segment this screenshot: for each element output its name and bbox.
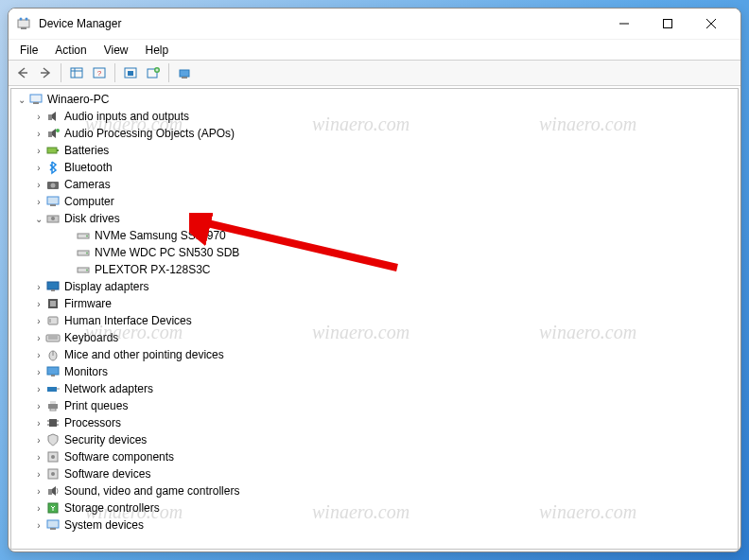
tree-category[interactable]: ›Storage controllers — [11, 499, 738, 516]
tree-category[interactable]: ›Network adapters — [11, 380, 738, 397]
tree-category[interactable]: ›Batteries — [11, 142, 738, 159]
drive-icon — [76, 228, 91, 243]
back-button[interactable] — [12, 62, 33, 83]
svg-text:?: ? — [97, 69, 102, 78]
tree-category[interactable]: ›Cameras — [11, 176, 738, 193]
show-hidden-button[interactable] — [66, 62, 87, 83]
toolbar-separator — [168, 63, 169, 82]
tree-category[interactable]: ⌄Disk drives — [11, 210, 738, 227]
menu-view[interactable]: View — [96, 42, 136, 59]
expand-icon[interactable]: › — [32, 180, 45, 190]
print-icon — [45, 398, 61, 413]
svg-rect-31 — [50, 204, 56, 206]
tree-category[interactable]: ›Display adapters — [11, 278, 738, 295]
expand-icon[interactable]: › — [32, 452, 45, 463]
collapse-icon[interactable]: ⌄ — [32, 214, 45, 224]
tree-label: Mice and other pointing devices — [64, 348, 224, 361]
properties-button[interactable] — [174, 62, 195, 83]
toolbar: ? — [9, 60, 740, 86]
collapse-icon[interactable]: ⌄ — [15, 95, 28, 105]
expand-icon[interactable]: › — [32, 299, 45, 309]
tree-category[interactable]: ›Mice and other pointing devices — [11, 346, 738, 363]
forward-button[interactable] — [35, 62, 56, 83]
menu-action[interactable]: Action — [47, 42, 94, 59]
expand-icon[interactable]: › — [32, 112, 45, 122]
expand-icon[interactable]: › — [32, 333, 45, 343]
expand-icon[interactable]: › — [32, 469, 45, 480]
svg-rect-21 — [30, 95, 42, 102]
expand-icon[interactable]: › — [32, 401, 45, 411]
keyboard-icon — [45, 330, 61, 345]
tree-label: Audio Processing Objects (APOs) — [64, 127, 235, 140]
hid-icon — [45, 313, 61, 328]
tree-category[interactable]: ›Sound, video and game controllers — [11, 482, 738, 499]
camera-icon — [45, 177, 61, 192]
expand-icon[interactable]: › — [32, 197, 45, 207]
display-icon — [45, 279, 61, 294]
expand-icon[interactable]: › — [32, 146, 45, 156]
expand-icon[interactable]: › — [32, 418, 45, 429]
tree-category[interactable]: ›Firmware — [11, 295, 738, 312]
close-button[interactable] — [689, 9, 733, 38]
tree-category[interactable]: ›Human Interface Devices — [11, 312, 738, 329]
svg-rect-26 — [47, 148, 57, 153]
battery-icon — [45, 143, 61, 158]
expand-icon[interactable]: › — [32, 503, 45, 514]
tree-category[interactable]: ›Bluetooth — [11, 159, 738, 176]
tree-category[interactable]: ›System devices — [11, 516, 738, 534]
tree-device[interactable]: NVMe Samsung SSD 970 — [11, 227, 738, 244]
svg-rect-24 — [48, 131, 52, 137]
svg-rect-14 — [128, 71, 133, 76]
tree-category[interactable]: ›Audio inputs and outputs — [11, 108, 738, 125]
expand-icon[interactable]: › — [32, 129, 45, 139]
tree-category[interactable]: ›Software components — [11, 448, 738, 465]
tree-category[interactable]: ›Software devices — [11, 465, 738, 482]
drive-icon — [76, 245, 91, 260]
svg-rect-41 — [51, 289, 55, 291]
tree-category[interactable]: ›Monitors — [11, 363, 738, 380]
tree-category[interactable]: ›Audio Processing Objects (APOs) — [11, 125, 738, 142]
expand-icon[interactable]: › — [32, 316, 45, 326]
menu-help[interactable]: Help — [138, 42, 177, 59]
scan-hardware-button[interactable] — [120, 62, 141, 83]
menu-file[interactable]: File — [12, 42, 45, 59]
expand-icon[interactable]: › — [32, 435, 45, 446]
svg-rect-5 — [664, 20, 672, 28]
svg-rect-51 — [47, 367, 59, 375]
expand-icon[interactable]: › — [32, 282, 45, 292]
tree-category[interactable]: ›Security devices — [11, 431, 738, 448]
svg-point-66 — [51, 472, 55, 476]
tree-device[interactable]: PLEXTOR PX-128S3C — [11, 261, 738, 278]
tree-category[interactable]: ›Processors — [11, 414, 738, 431]
maximize-button[interactable] — [646, 9, 689, 38]
expand-icon[interactable]: › — [32, 384, 45, 394]
tree-category[interactable]: ›Computer — [11, 193, 738, 210]
svg-rect-23 — [48, 114, 52, 120]
tree-label: Network adapters — [64, 382, 153, 395]
expand-icon[interactable]: › — [32, 486, 45, 497]
expand-icon[interactable]: › — [32, 367, 45, 377]
svg-rect-8 — [71, 68, 82, 78]
device-tree[interactable]: ⌄Winaero-PC›Audio inputs and outputs›Aud… — [11, 89, 738, 549]
help-button[interactable]: ? — [89, 62, 110, 83]
expand-icon[interactable]: › — [32, 350, 45, 360]
device-manager-window: Device Manager File Action View Help ? ⌄… — [8, 8, 741, 552]
cpu-icon — [45, 415, 61, 430]
tree-root[interactable]: ⌄Winaero-PC — [11, 91, 738, 108]
menubar: File Action View Help — [9, 39, 740, 60]
svg-rect-27 — [57, 149, 59, 151]
svg-point-25 — [56, 129, 60, 132]
expand-icon[interactable]: › — [32, 520, 45, 531]
tree-label: PLEXTOR PX-128S3C — [95, 263, 211, 276]
tree-category[interactable]: ›Print queues — [11, 397, 738, 414]
tree-label: System devices — [64, 518, 144, 532]
tree-device[interactable]: NVMe WDC PC SN530 SDB — [11, 244, 738, 261]
minimize-button[interactable] — [602, 9, 646, 38]
window-title: Device Manager — [39, 17, 121, 30]
tree-label: Processors — [64, 416, 121, 429]
titlebar: Device Manager — [9, 9, 740, 39]
tree-category[interactable]: ›Keyboards — [11, 329, 738, 346]
expand-icon[interactable]: › — [32, 163, 45, 173]
add-hardware-button[interactable] — [143, 62, 164, 83]
svg-rect-40 — [47, 282, 59, 289]
